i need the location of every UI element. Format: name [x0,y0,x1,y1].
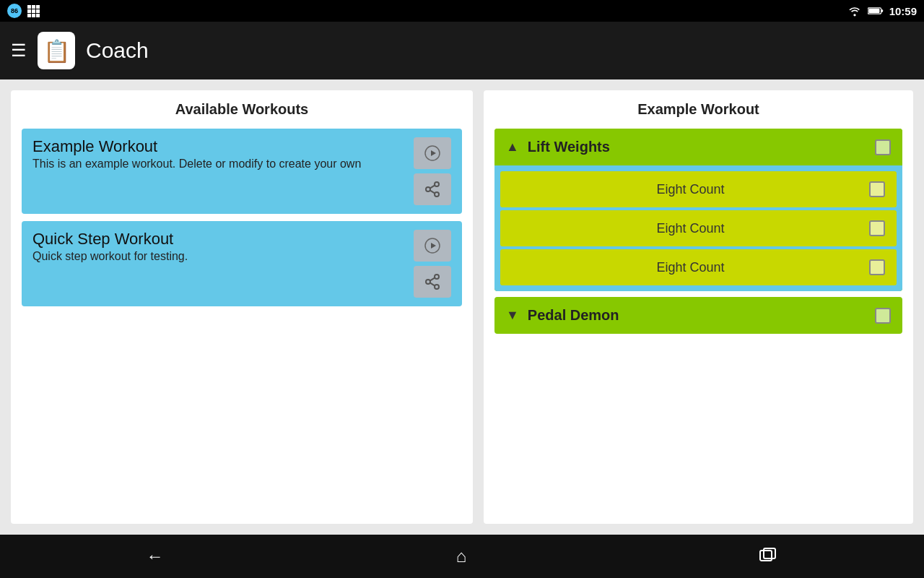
chevron-up-icon: ▲ [506,139,519,155]
sub-checkbox-2[interactable] [869,220,885,236]
svg-marker-4 [431,150,436,156]
workout-item-quickstep: Quick Step Workout Quick step workout fo… [22,221,462,306]
grid-icon [27,5,40,17]
status-bar-right: 10:59 [847,5,917,17]
exercise-sub-item-name-2: Eight Count [512,221,869,236]
exercise-group-header-left-2: ▼ Pedal Demon [506,307,619,324]
back-button[interactable]: ← [125,539,186,574]
svg-rect-1 [868,9,879,13]
workout-item-example: Example Workout This is an example worko… [22,129,462,214]
group-name-pedal-demon: Pedal Demon [528,307,619,324]
play-button-quickstep[interactable] [414,230,451,262]
play-button-example[interactable] [414,137,451,169]
group-checkbox-lift-weights[interactable] [875,139,891,155]
workout-desc-quickstep: Quick step workout for testing. [32,249,188,264]
recents-button[interactable] [737,539,799,574]
exercise-group-pedal-demon: ▼ Pedal Demon [494,297,902,334]
home-button[interactable]: ⌂ [435,539,489,574]
sub-checkbox-1[interactable] [869,181,885,197]
svg-line-15 [430,277,435,280]
svg-line-9 [430,190,435,193]
svg-rect-2 [881,9,883,12]
workout-buttons-example [414,137,451,205]
battery-icon [868,6,884,16]
exercise-sub-item-2[interactable]: Eight Count [500,210,897,246]
workout-item-top-2: Quick Step Workout Quick step workout fo… [32,230,451,298]
main-content: Available Workouts Example Workout This … [0,79,924,535]
exercise-sub-item-1[interactable]: Eight Count [500,171,897,207]
workout-name-example: Example Workout [32,137,361,156]
status-bar: 86 10:59 [0,0,924,22]
app-badge: 86 [7,4,22,18]
app-bar: ☰ 📋 Coach [0,22,924,79]
workout-name-quickstep: Quick Step Workout [32,230,188,249]
chevron-down-icon: ▼ [506,308,519,323]
status-bar-left: 86 [7,4,40,18]
group-name-lift-weights: Lift Weights [528,139,610,155]
app-icon: 📋 [38,32,75,69]
exercise-sub-items-lift-weights: Eight Count Eight Count Eight Count [494,165,902,291]
clock: 10:59 [889,5,917,17]
example-workout-panel: Example Workout ▲ Lift Weights Eight Cou… [484,90,913,524]
wifi-icon [847,5,862,17]
sub-checkbox-3[interactable] [869,259,885,275]
exercise-group-header-lift-weights[interactable]: ▲ Lift Weights [494,129,902,165]
svg-line-8 [430,185,435,188]
svg-line-16 [430,282,435,285]
exercise-sub-item-name-3: Eight Count [512,260,869,275]
share-button-example[interactable] [414,173,451,205]
example-workout-title: Example Workout [494,101,902,118]
bottom-nav: ← ⌂ [0,535,924,578]
available-workouts-panel: Available Workouts Example Workout This … [11,90,473,524]
menu-icon[interactable]: ☰ [11,40,27,61]
exercise-group-header-pedal-demon[interactable]: ▼ Pedal Demon [494,297,902,334]
svg-marker-11 [431,243,436,249]
exercise-sub-item-3[interactable]: Eight Count [500,249,897,285]
exercise-group-header-left: ▲ Lift Weights [506,139,610,155]
workout-buttons-quickstep [414,230,451,298]
exercise-group-lift-weights: ▲ Lift Weights Eight Count Eight Count E… [494,129,902,291]
workout-item-top: Example Workout This is an example worko… [32,137,451,205]
exercise-sub-item-name-1: Eight Count [512,182,869,197]
workout-desc-example: This is an example workout. Delete or mo… [32,156,361,172]
available-workouts-title: Available Workouts [22,101,462,118]
app-title: Coach [86,38,149,63]
group-checkbox-pedal-demon[interactable] [875,308,891,324]
share-button-quickstep[interactable] [414,266,451,298]
